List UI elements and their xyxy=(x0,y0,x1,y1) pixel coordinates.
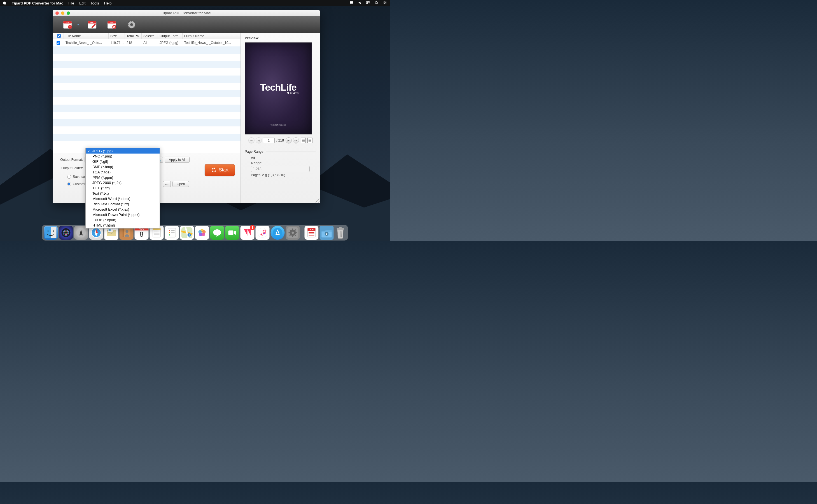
single-page-icon[interactable] xyxy=(301,138,306,143)
svg-point-72 xyxy=(273,228,283,237)
svg-line-27 xyxy=(128,21,129,22)
header-total-pages[interactable]: Total Pa xyxy=(125,33,142,39)
header-output-format[interactable]: Output Form xyxy=(158,33,182,39)
settings-button[interactable] xyxy=(125,18,138,31)
row-size: 119.71 ... xyxy=(109,41,125,45)
resize-grip[interactable] xyxy=(316,199,320,202)
dropdown-item[interactable]: JPEG 2000 (*.j2k) xyxy=(86,180,159,185)
svg-text:PDF: PDF xyxy=(110,22,113,23)
next-page-button[interactable]: ▶ xyxy=(286,137,292,143)
header-checkbox[interactable] xyxy=(53,33,64,39)
dropdown-item[interactable]: PNG (*.png) xyxy=(86,154,159,159)
add-pdf-dropdown[interactable]: ▼ xyxy=(77,23,79,26)
menu-tools[interactable]: Tools xyxy=(90,1,99,5)
dock-reminders[interactable] xyxy=(165,226,179,240)
dropdown-item[interactable]: EPUB (*.epub) xyxy=(86,217,159,223)
svg-point-75 xyxy=(292,232,294,234)
svg-line-28 xyxy=(134,27,135,28)
window-title: Tipard PDF Converter for Mac xyxy=(53,11,320,15)
preview-thumbnail[interactable]: TechLife NEWS TechlifeNews.com xyxy=(245,42,312,135)
dock-music[interactable] xyxy=(256,226,270,240)
spotlight-icon[interactable] xyxy=(375,1,379,6)
app-name-menu[interactable]: Tipard PDF Converter for Mac xyxy=(12,1,63,5)
svg-point-8 xyxy=(385,2,386,3)
dock-downloads[interactable] xyxy=(320,226,334,240)
multi-page-icon[interactable] xyxy=(308,138,313,143)
screen-mirror-icon[interactable] xyxy=(366,1,370,6)
first-page-button[interactable]: ⏮ xyxy=(248,137,255,143)
dock-app-pdf[interactable]: PDF xyxy=(305,226,319,240)
window-zoom[interactable] xyxy=(67,11,70,15)
menu-file[interactable]: File xyxy=(68,1,74,5)
dropdown-item[interactable]: Microsoft Word (*.docx) xyxy=(86,196,159,201)
last-page-button[interactable]: ⏭ xyxy=(293,137,299,143)
dropdown-item[interactable]: Rich Text Format (*.rtf) xyxy=(86,201,159,207)
svg-point-69 xyxy=(258,228,268,237)
svg-rect-92 xyxy=(339,227,342,229)
dock-news[interactable]: 1 xyxy=(241,226,255,240)
status-icon-2[interactable] xyxy=(358,1,362,6)
svg-point-35 xyxy=(53,230,54,232)
apple-menu[interactable] xyxy=(3,1,7,6)
svg-rect-50 xyxy=(153,228,161,230)
dropdown-item[interactable]: Text (*.txt) xyxy=(86,191,159,196)
start-button[interactable]: Start xyxy=(205,164,235,176)
edit-pdf-button[interactable]: PDF xyxy=(86,18,99,31)
dropdown-item[interactable]: TGA (*.tga) xyxy=(86,169,159,175)
prev-page-button[interactable]: ◀ xyxy=(256,137,262,143)
dropdown-item[interactable]: Microsoft Excel (*.xlsx) xyxy=(86,207,159,212)
customize-radio[interactable] xyxy=(67,182,71,186)
dropdown-item[interactable]: GIF (*.gif) xyxy=(86,159,159,164)
header-selected[interactable]: Selecte xyxy=(142,33,158,39)
browse-folder-button[interactable]: ••• xyxy=(163,181,171,187)
dropdown-item[interactable]: HTML (*.html) xyxy=(86,223,159,228)
row-checkbox[interactable] xyxy=(53,41,64,45)
page-range-group: Page Range All Range Pages: e.g.(1,3,6,8… xyxy=(245,150,316,177)
control-center-icon[interactable] xyxy=(383,1,387,6)
output-folder-label: Output Folder: xyxy=(58,166,83,170)
page-range-input[interactable] xyxy=(251,166,310,172)
add-pdf-button[interactable]: PDF xyxy=(61,18,74,31)
dock-siri[interactable] xyxy=(59,226,73,240)
window-minimize[interactable] xyxy=(61,11,64,15)
preview-heading: Preview xyxy=(245,36,316,40)
status-icon-1[interactable] xyxy=(349,1,353,6)
titlebar[interactable]: Tipard PDF Converter for Mac xyxy=(53,10,320,16)
menu-edit[interactable]: Edit xyxy=(79,1,85,5)
row-total-pages: 218 xyxy=(125,41,142,45)
svg-point-9 xyxy=(384,3,385,4)
dock-preferences[interactable] xyxy=(286,226,300,240)
row-output-format: JPEG (*.jpg) xyxy=(158,41,182,45)
window-close[interactable] xyxy=(55,11,59,15)
svg-line-3 xyxy=(377,3,378,4)
dock-maps[interactable] xyxy=(180,226,194,240)
svg-rect-33 xyxy=(51,227,57,238)
open-folder-button[interactable]: Open xyxy=(172,181,189,187)
dock-photos[interactable] xyxy=(195,226,209,240)
dropdown-item[interactable]: BMP (*.bmp) xyxy=(86,164,159,169)
save-target-label: Save targ xyxy=(73,175,87,179)
page-range-hint: Pages: e.g.(1,3,6,8-10) xyxy=(251,173,316,177)
remove-pdf-button[interactable]: PDF xyxy=(105,18,119,31)
dropdown-item[interactable]: Microsoft PowerPoint (*.pptx) xyxy=(86,212,159,217)
page-number-input[interactable] xyxy=(263,138,275,143)
dock-trash[interactable] xyxy=(335,226,346,239)
svg-point-34 xyxy=(48,230,49,232)
svg-point-71 xyxy=(264,233,266,234)
dock-messages[interactable] xyxy=(210,226,224,240)
toolbar: PDF ▼ PDF PDF xyxy=(53,16,320,33)
save-target-radio[interactable] xyxy=(67,175,71,179)
output-format-dropdown[interactable]: JPEG (*.jpg)PNG (*.png)GIF (*.gif)BMP (*… xyxy=(85,148,160,229)
menu-help[interactable]: Help xyxy=(104,1,112,5)
dropdown-item[interactable]: TIFF (*.tiff) xyxy=(86,185,159,191)
svg-point-57 xyxy=(169,234,170,235)
apply-to-all-button[interactable]: Apply to All xyxy=(164,157,189,163)
header-file-name[interactable]: File Name xyxy=(64,33,109,39)
header-size[interactable]: Size xyxy=(109,33,125,39)
dock-finder[interactable] xyxy=(44,226,58,240)
dock-appstore[interactable] xyxy=(271,226,285,240)
dropdown-item[interactable]: PPM (*.ppm) xyxy=(86,175,159,180)
dock-facetime[interactable] xyxy=(226,226,240,240)
dropdown-item[interactable]: JPEG (*.jpg) xyxy=(86,148,159,154)
svg-text:PDF: PDF xyxy=(90,22,94,23)
